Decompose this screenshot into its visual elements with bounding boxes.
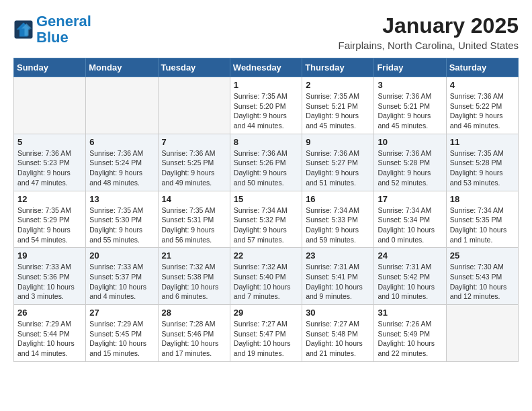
logo-text: General Blue: [36, 13, 91, 46]
calendar-cell: 25Sunrise: 7:30 AMSunset: 5:43 PMDayligh…: [446, 248, 518, 305]
day-number: 20: [89, 250, 154, 261]
cell-content: Sunrise: 7:34 AMSunset: 5:35 PMDaylight:…: [450, 205, 515, 245]
calendar-cell: 29Sunrise: 7:27 AMSunset: 5:47 PMDayligh…: [230, 305, 302, 362]
cell-content: Sunrise: 7:32 AMSunset: 5:40 PMDaylight:…: [234, 262, 298, 302]
calendar-week-row: 5Sunrise: 7:36 AMSunset: 5:23 PMDaylight…: [14, 134, 519, 191]
day-number: 15: [234, 194, 298, 204]
cell-content: Sunrise: 7:31 AMSunset: 5:42 PMDaylight:…: [378, 262, 442, 302]
calendar-cell: 14Sunrise: 7:35 AMSunset: 5:31 PMDayligh…: [158, 191, 230, 248]
day-number: 16: [306, 194, 370, 204]
cell-content: Sunrise: 7:30 AMSunset: 5:43 PMDaylight:…: [450, 262, 515, 302]
location: Fairplains, North Carolina, United State…: [339, 40, 519, 51]
day-number: 9: [306, 137, 370, 147]
calendar-cell: 15Sunrise: 7:34 AMSunset: 5:32 PMDayligh…: [230, 191, 302, 248]
calendar-cell: 28Sunrise: 7:28 AMSunset: 5:46 PMDayligh…: [158, 305, 230, 362]
calendar-cell: 8Sunrise: 7:36 AMSunset: 5:26 PMDaylight…: [230, 134, 302, 191]
calendar-cell: 13Sunrise: 7:35 AMSunset: 5:30 PMDayligh…: [86, 191, 158, 248]
cell-content: Sunrise: 7:28 AMSunset: 5:46 PMDaylight:…: [162, 319, 226, 359]
day-number: 23: [306, 250, 370, 261]
cell-content: Sunrise: 7:36 AMSunset: 5:24 PMDaylight:…: [89, 148, 154, 188]
title-section: January 2025 Fairplains, North Carolina,…: [339, 13, 519, 51]
calendar-cell: 24Sunrise: 7:31 AMSunset: 5:42 PMDayligh…: [374, 248, 446, 305]
cell-content: Sunrise: 7:36 AMSunset: 5:28 PMDaylight:…: [378, 148, 442, 188]
cell-content: Sunrise: 7:29 AMSunset: 5:44 PMDaylight:…: [17, 319, 82, 359]
calendar-cell: 18Sunrise: 7:34 AMSunset: 5:35 PMDayligh…: [446, 191, 518, 248]
calendar-cell: [86, 77, 158, 134]
calendar-week-row: 19Sunrise: 7:33 AMSunset: 5:36 PMDayligh…: [14, 248, 519, 305]
cell-content: Sunrise: 7:34 AMSunset: 5:32 PMDaylight:…: [234, 205, 298, 245]
day-number: 29: [234, 308, 298, 318]
day-number: 4: [450, 80, 515, 90]
cell-content: Sunrise: 7:35 AMSunset: 5:28 PMDaylight:…: [450, 148, 515, 188]
day-number: 30: [306, 308, 370, 318]
day-number: 1: [234, 80, 298, 90]
cell-content: Sunrise: 7:26 AMSunset: 5:49 PMDaylight:…: [378, 319, 442, 359]
page-container: General Blue January 2025 Fairplains, No…: [0, 0, 532, 369]
col-saturday: Saturday: [446, 58, 518, 77]
header: General Blue January 2025 Fairplains, No…: [13, 13, 519, 51]
calendar-cell: 23Sunrise: 7:31 AMSunset: 5:41 PMDayligh…: [302, 248, 374, 305]
cell-content: Sunrise: 7:34 AMSunset: 5:34 PMDaylight:…: [378, 205, 442, 245]
col-friday: Friday: [374, 58, 446, 77]
col-thursday: Thursday: [302, 58, 374, 77]
logo: General Blue: [13, 13, 91, 46]
day-number: 31: [378, 308, 442, 318]
cell-content: Sunrise: 7:33 AMSunset: 5:36 PMDaylight:…: [17, 262, 82, 302]
day-number: 22: [234, 250, 298, 261]
calendar-week-row: 1Sunrise: 7:35 AMSunset: 5:20 PMDaylight…: [14, 77, 519, 134]
calendar-cell: [158, 77, 230, 134]
calendar-cell: 1Sunrise: 7:35 AMSunset: 5:20 PMDaylight…: [230, 77, 302, 134]
calendar-cell: 9Sunrise: 7:36 AMSunset: 5:27 PMDaylight…: [302, 134, 374, 191]
cell-content: Sunrise: 7:35 AMSunset: 5:30 PMDaylight:…: [89, 205, 154, 245]
calendar-cell: 2Sunrise: 7:35 AMSunset: 5:21 PMDaylight…: [302, 77, 374, 134]
cell-content: Sunrise: 7:34 AMSunset: 5:33 PMDaylight:…: [306, 205, 370, 245]
day-number: 25: [450, 250, 515, 261]
cell-content: Sunrise: 7:36 AMSunset: 5:22 PMDaylight:…: [450, 91, 515, 131]
day-number: 24: [378, 250, 442, 261]
day-number: 7: [162, 137, 226, 147]
col-monday: Monday: [86, 58, 158, 77]
cell-content: Sunrise: 7:32 AMSunset: 5:38 PMDaylight:…: [162, 262, 226, 302]
calendar-cell: 26Sunrise: 7:29 AMSunset: 5:44 PMDayligh…: [14, 305, 86, 362]
logo-icon: [13, 19, 34, 40]
calendar-cell: 4Sunrise: 7:36 AMSunset: 5:22 PMDaylight…: [446, 77, 518, 134]
day-number: 10: [378, 137, 442, 147]
calendar-cell: 7Sunrise: 7:36 AMSunset: 5:25 PMDaylight…: [158, 134, 230, 191]
col-sunday: Sunday: [14, 58, 86, 77]
cell-content: Sunrise: 7:29 AMSunset: 5:45 PMDaylight:…: [89, 319, 154, 359]
calendar-week-row: 12Sunrise: 7:35 AMSunset: 5:29 PMDayligh…: [14, 191, 519, 248]
col-wednesday: Wednesday: [230, 58, 302, 77]
day-number: 18: [450, 194, 515, 204]
calendar-cell: 6Sunrise: 7:36 AMSunset: 5:24 PMDaylight…: [86, 134, 158, 191]
cell-content: Sunrise: 7:36 AMSunset: 5:25 PMDaylight:…: [162, 148, 226, 188]
calendar-cell: 20Sunrise: 7:33 AMSunset: 5:37 PMDayligh…: [86, 248, 158, 305]
cell-content: Sunrise: 7:33 AMSunset: 5:37 PMDaylight:…: [89, 262, 154, 302]
month-year: January 2025: [339, 13, 519, 38]
cell-content: Sunrise: 7:27 AMSunset: 5:48 PMDaylight:…: [306, 319, 370, 359]
cell-content: Sunrise: 7:36 AMSunset: 5:26 PMDaylight:…: [234, 148, 298, 188]
calendar-cell: 16Sunrise: 7:34 AMSunset: 5:33 PMDayligh…: [302, 191, 374, 248]
cell-content: Sunrise: 7:35 AMSunset: 5:31 PMDaylight:…: [162, 205, 226, 245]
day-number: 8: [234, 137, 298, 147]
day-number: 11: [450, 137, 515, 147]
day-number: 21: [162, 250, 226, 261]
calendar-cell: 22Sunrise: 7:32 AMSunset: 5:40 PMDayligh…: [230, 248, 302, 305]
cell-content: Sunrise: 7:27 AMSunset: 5:47 PMDaylight:…: [234, 319, 298, 359]
calendar-cell: 3Sunrise: 7:36 AMSunset: 5:21 PMDaylight…: [374, 77, 446, 134]
day-number: 13: [89, 194, 154, 204]
calendar-header-row: Sunday Monday Tuesday Wednesday Thursday…: [14, 58, 519, 77]
day-number: 5: [17, 137, 82, 147]
day-number: 27: [89, 308, 154, 318]
cell-content: Sunrise: 7:35 AMSunset: 5:21 PMDaylight:…: [306, 91, 370, 131]
cell-content: Sunrise: 7:35 AMSunset: 5:29 PMDaylight:…: [17, 205, 82, 245]
calendar-cell: 30Sunrise: 7:27 AMSunset: 5:48 PMDayligh…: [302, 305, 374, 362]
cell-content: Sunrise: 7:36 AMSunset: 5:27 PMDaylight:…: [306, 148, 370, 188]
day-number: 17: [378, 194, 442, 204]
calendar-cell: 12Sunrise: 7:35 AMSunset: 5:29 PMDayligh…: [14, 191, 86, 248]
day-number: 2: [306, 80, 370, 90]
calendar-cell: 27Sunrise: 7:29 AMSunset: 5:45 PMDayligh…: [86, 305, 158, 362]
calendar-table: Sunday Monday Tuesday Wednesday Thursday…: [13, 58, 519, 362]
calendar-cell: 21Sunrise: 7:32 AMSunset: 5:38 PMDayligh…: [158, 248, 230, 305]
calendar-cell: 10Sunrise: 7:36 AMSunset: 5:28 PMDayligh…: [374, 134, 446, 191]
day-number: 6: [89, 137, 154, 147]
